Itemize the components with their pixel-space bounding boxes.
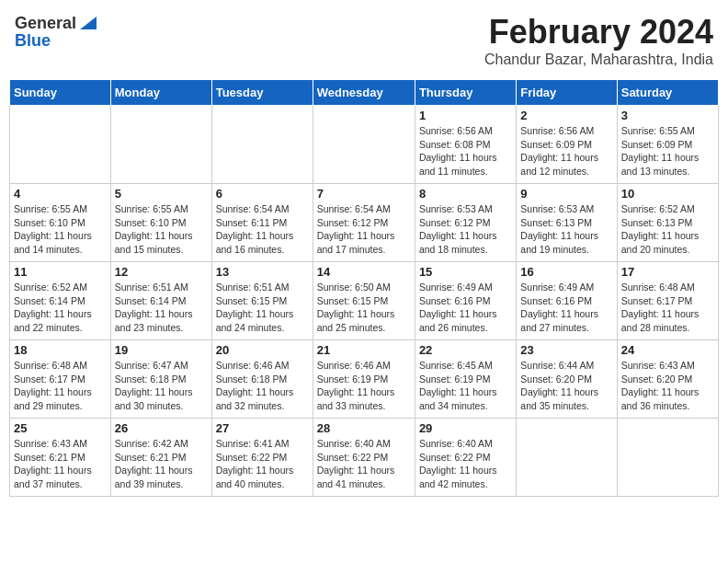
calendar-cell: 15Sunrise: 6:49 AMSunset: 6:16 PMDayligh…	[415, 262, 516, 340]
calendar-cell: 25Sunrise: 6:43 AMSunset: 6:21 PMDayligh…	[10, 419, 111, 497]
calendar-cell: 8Sunrise: 6:53 AMSunset: 6:12 PMDaylight…	[415, 184, 516, 262]
day-number: 5	[115, 187, 208, 201]
day-info: Sunrise: 6:54 AMSunset: 6:12 PMDaylight:…	[317, 202, 411, 257]
calendar-cell: 11Sunrise: 6:52 AMSunset: 6:14 PMDayligh…	[10, 262, 111, 340]
day-info: Sunrise: 6:44 AMSunset: 6:20 PMDaylight:…	[520, 359, 612, 413]
calendar-cell: 12Sunrise: 6:51 AMSunset: 6:14 PMDayligh…	[110, 262, 211, 340]
day-number: 19	[115, 343, 208, 357]
day-info: Sunrise: 6:48 AMSunset: 6:17 PMDaylight:…	[621, 281, 714, 335]
calendar-cell	[517, 419, 617, 497]
calendar-cell: 21Sunrise: 6:46 AMSunset: 6:19 PMDayligh…	[313, 340, 415, 419]
day-number: 12	[115, 265, 208, 279]
day-info: Sunrise: 6:40 AMSunset: 6:22 PMDaylight:…	[419, 437, 512, 491]
day-info: Sunrise: 6:43 AMSunset: 6:20 PMDaylight:…	[621, 359, 714, 413]
calendar-cell: 6Sunrise: 6:54 AMSunset: 6:11 PMDaylight…	[211, 184, 313, 262]
calendar-cell	[313, 106, 415, 184]
calendar-cell	[10, 106, 111, 184]
day-info: Sunrise: 6:40 AMSunset: 6:22 PMDaylight:…	[317, 437, 411, 491]
day-info: Sunrise: 6:50 AMSunset: 6:15 PMDaylight:…	[317, 281, 411, 335]
calendar-cell: 29Sunrise: 6:40 AMSunset: 6:22 PMDayligh…	[415, 419, 516, 497]
calendar-cell: 3Sunrise: 6:55 AMSunset: 6:09 PMDaylight…	[617, 106, 718, 184]
day-info: Sunrise: 6:51 AMSunset: 6:14 PMDaylight:…	[115, 281, 208, 335]
day-number: 17	[621, 265, 714, 279]
day-info: Sunrise: 6:47 AMSunset: 6:18 PMDaylight:…	[115, 359, 208, 413]
day-number: 1	[419, 109, 512, 122]
week-row: 11Sunrise: 6:52 AMSunset: 6:14 PMDayligh…	[10, 262, 719, 340]
calendar-cell: 4Sunrise: 6:55 AMSunset: 6:10 PMDaylight…	[10, 184, 111, 262]
location-title: Chandur Bazar, Maharashtra, India	[484, 52, 713, 68]
day-info: Sunrise: 6:51 AMSunset: 6:15 PMDaylight:…	[216, 281, 309, 335]
day-number: 23	[520, 343, 612, 357]
day-number: 28	[317, 421, 411, 435]
month-title: February 2024	[484, 13, 713, 52]
calendar-cell: 26Sunrise: 6:42 AMSunset: 6:21 PMDayligh…	[110, 419, 211, 497]
day-number: 27	[216, 421, 309, 435]
day-number: 25	[14, 421, 107, 435]
calendar-cell: 10Sunrise: 6:52 AMSunset: 6:13 PMDayligh…	[617, 184, 718, 262]
calendar-cell: 1Sunrise: 6:56 AMSunset: 6:08 PMDaylight…	[415, 106, 516, 184]
day-number: 26	[115, 421, 208, 435]
week-row: 1Sunrise: 6:56 AMSunset: 6:08 PMDaylight…	[10, 106, 719, 184]
weekday-header: Monday	[110, 80, 211, 106]
day-number: 21	[317, 343, 411, 357]
day-info: Sunrise: 6:53 AMSunset: 6:13 PMDaylight:…	[520, 202, 612, 257]
weekday-header: Saturday	[617, 80, 718, 106]
day-number: 6	[216, 187, 309, 201]
calendar-cell: 5Sunrise: 6:55 AMSunset: 6:10 PMDaylight…	[110, 184, 211, 262]
day-info: Sunrise: 6:52 AMSunset: 6:14 PMDaylight:…	[14, 281, 107, 335]
day-info: Sunrise: 6:46 AMSunset: 6:18 PMDaylight:…	[216, 359, 309, 413]
day-number: 3	[621, 109, 714, 122]
day-number: 24	[621, 343, 714, 357]
header: General Blue February 2024 Chandur Bazar…	[9, 9, 719, 72]
weekday-header: Thursday	[415, 80, 516, 106]
calendar-cell: 27Sunrise: 6:41 AMSunset: 6:22 PMDayligh…	[211, 419, 313, 497]
day-number: 29	[419, 421, 512, 435]
day-number: 22	[419, 343, 512, 357]
day-number: 16	[520, 265, 612, 279]
day-info: Sunrise: 6:56 AMSunset: 6:09 PMDaylight:…	[520, 124, 612, 178]
title-area: February 2024 Chandur Bazar, Maharashtra…	[484, 13, 713, 68]
calendar-cell: 19Sunrise: 6:47 AMSunset: 6:18 PMDayligh…	[110, 340, 211, 419]
day-info: Sunrise: 6:46 AMSunset: 6:19 PMDaylight:…	[317, 359, 411, 413]
calendar-cell: 9Sunrise: 6:53 AMSunset: 6:13 PMDaylight…	[517, 184, 617, 262]
day-number: 2	[520, 109, 612, 122]
calendar-cell	[110, 106, 211, 184]
day-info: Sunrise: 6:55 AMSunset: 6:09 PMDaylight:…	[621, 124, 714, 178]
day-number: 20	[216, 343, 309, 357]
day-info: Sunrise: 6:42 AMSunset: 6:21 PMDaylight:…	[115, 437, 208, 491]
weekday-header: Tuesday	[211, 80, 313, 106]
day-number: 11	[14, 265, 107, 279]
day-info: Sunrise: 6:49 AMSunset: 6:16 PMDaylight:…	[520, 281, 612, 335]
week-row: 18Sunrise: 6:48 AMSunset: 6:17 PMDayligh…	[10, 340, 719, 419]
day-info: Sunrise: 6:53 AMSunset: 6:12 PMDaylight:…	[419, 202, 512, 257]
day-info: Sunrise: 6:48 AMSunset: 6:17 PMDaylight:…	[14, 359, 107, 413]
logo: General Blue	[15, 13, 97, 49]
calendar-cell: 20Sunrise: 6:46 AMSunset: 6:18 PMDayligh…	[211, 340, 313, 419]
calendar-cell: 16Sunrise: 6:49 AMSunset: 6:16 PMDayligh…	[517, 262, 617, 340]
calendar-cell	[617, 419, 718, 497]
week-row: 25Sunrise: 6:43 AMSunset: 6:21 PMDayligh…	[10, 419, 719, 497]
day-info: Sunrise: 6:54 AMSunset: 6:11 PMDaylight:…	[216, 202, 309, 257]
day-number: 13	[216, 265, 309, 279]
week-row: 4Sunrise: 6:55 AMSunset: 6:10 PMDaylight…	[10, 184, 719, 262]
calendar-cell: 2Sunrise: 6:56 AMSunset: 6:09 PMDaylight…	[517, 106, 617, 184]
logo-icon	[80, 13, 97, 29]
day-info: Sunrise: 6:43 AMSunset: 6:21 PMDaylight:…	[14, 437, 107, 491]
calendar-cell: 23Sunrise: 6:44 AMSunset: 6:20 PMDayligh…	[517, 340, 617, 419]
calendar-cell: 17Sunrise: 6:48 AMSunset: 6:17 PMDayligh…	[617, 262, 718, 340]
logo-blue: Blue	[15, 31, 51, 50]
calendar-cell: 22Sunrise: 6:45 AMSunset: 6:19 PMDayligh…	[415, 340, 516, 419]
logo-general: General	[15, 15, 76, 31]
svg-marker-0	[80, 17, 97, 29]
day-info: Sunrise: 6:41 AMSunset: 6:22 PMDaylight:…	[216, 437, 309, 491]
day-number: 14	[317, 265, 411, 279]
day-info: Sunrise: 6:49 AMSunset: 6:16 PMDaylight:…	[419, 281, 512, 335]
calendar-cell: 13Sunrise: 6:51 AMSunset: 6:15 PMDayligh…	[211, 262, 313, 340]
calendar-cell: 24Sunrise: 6:43 AMSunset: 6:20 PMDayligh…	[617, 340, 718, 419]
day-number: 8	[419, 187, 512, 201]
calendar-cell: 18Sunrise: 6:48 AMSunset: 6:17 PMDayligh…	[10, 340, 111, 419]
weekday-header: Friday	[517, 80, 617, 106]
weekday-header: Wednesday	[313, 80, 415, 106]
day-info: Sunrise: 6:45 AMSunset: 6:19 PMDaylight:…	[419, 359, 512, 413]
day-number: 9	[520, 187, 612, 201]
